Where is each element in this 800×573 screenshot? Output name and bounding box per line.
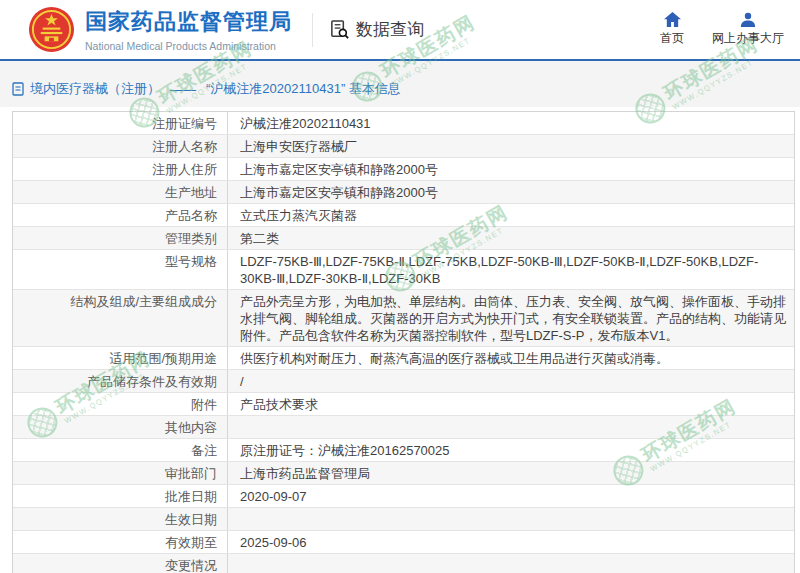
nav-service-hall[interactable]: 网上办事大厅 xyxy=(712,12,784,47)
row-value: 上海市嘉定区安亭镇和静路2000号 xyxy=(228,181,794,203)
row-value xyxy=(228,554,794,573)
table-row: 附件产品技术要求 xyxy=(13,393,794,416)
row-value: 上海市嘉定区安亭镇和静路2000号 xyxy=(228,158,794,180)
row-label: 适用范围/预期用途 xyxy=(13,347,228,369)
row-value: 2025-09-06 xyxy=(228,531,794,553)
row-label: 产品名称 xyxy=(13,204,228,226)
row-label: 变更情况 xyxy=(13,554,228,573)
nav-home-label: 首页 xyxy=(660,30,684,47)
breadcrumb-current: “沪械注准20202110431” 基本信息 xyxy=(206,80,401,98)
row-label: 有效期至 xyxy=(13,531,228,553)
row-label: 管理类别 xyxy=(13,227,228,249)
row-label: 注册人名称 xyxy=(13,135,228,157)
breadcrumb-separator: —— xyxy=(170,82,196,97)
row-value: 产品技术要求 xyxy=(228,393,794,415)
table-row: 管理类别第二类 xyxy=(13,227,794,250)
row-label: 附件 xyxy=(13,393,228,415)
brand: 国家药品监督管理局 National Medical Products Admi… xyxy=(28,6,292,53)
site-header: 国家药品监督管理局 National Medical Products Admi… xyxy=(0,0,800,61)
home-icon xyxy=(664,12,681,27)
data-query-label: 数据查询 xyxy=(356,18,424,41)
table-row: 生效日期 xyxy=(13,508,794,531)
table-row: 备注原注册证号：沪械注准20162570025 xyxy=(13,439,794,462)
breadcrumb-category[interactable]: 境内医疗器械（注册） xyxy=(30,80,160,98)
row-label: 生效日期 xyxy=(13,508,228,530)
row-value: 供医疗机构对耐压力、耐蒸汽高温的医疗器械或卫生用品进行灭菌或消毒。 xyxy=(228,347,794,369)
org-name-cn: 国家药品监督管理局 xyxy=(85,7,292,37)
table-row: 批准日期2020-09-07 xyxy=(13,485,794,508)
breadcrumb-band: 境内医疗器械（注册） —— “沪械注准20202110431” 基本信息 xyxy=(0,61,800,107)
table-row: 注册人名称上海申安医疗器械厂 xyxy=(13,135,794,158)
nav-home[interactable]: 首页 xyxy=(660,12,684,47)
row-value: 上海市药品监督管理局 xyxy=(228,462,794,484)
row-label: 备注 xyxy=(13,439,228,461)
row-label: 注册证编号 xyxy=(13,112,228,134)
table-row: 注册证编号沪械注准20202110431 xyxy=(13,112,794,135)
top-nav: 首页 网上办事大厅 xyxy=(660,12,800,47)
row-value: / xyxy=(228,370,794,392)
table-row: 变更情况 xyxy=(13,554,794,573)
row-label: 结构及组成/主要组成成分 xyxy=(13,290,228,346)
table-row: 型号规格LDZF-75KB-Ⅲ,LDZF-75KB-Ⅱ,LDZF-75KB,LD… xyxy=(13,250,794,290)
row-label: 产品储存条件及有效期 xyxy=(13,370,228,392)
row-label: 生产地址 xyxy=(13,181,228,203)
row-label: 注册人住所 xyxy=(13,158,228,180)
row-label: 型号规格 xyxy=(13,250,228,289)
row-value: LDZF-75KB-Ⅲ,LDZF-75KB-Ⅱ,LDZF-75KB,LDZF-5… xyxy=(228,250,794,289)
row-value: 上海申安医疗器械厂 xyxy=(228,135,794,157)
row-label: 其他内容 xyxy=(13,416,228,438)
table-row: 产品储存条件及有效期/ xyxy=(13,370,794,393)
row-label: 审批部门 xyxy=(13,462,228,484)
info-table: 注册证编号沪械注准20202110431注册人名称上海申安医疗器械厂注册人住所上… xyxy=(12,111,795,573)
national-emblem-icon xyxy=(28,6,75,53)
user-icon xyxy=(740,12,756,27)
row-value: 沪械注准20202110431 xyxy=(228,112,794,134)
breadcrumb: 境内医疗器械（注册） —— “沪械注准20202110431” 基本信息 xyxy=(0,80,401,98)
table-row: 注册人住所上海市嘉定区安亭镇和静路2000号 xyxy=(13,158,794,181)
table-row: 适用范围/预期用途供医疗机构对耐压力、耐蒸汽高温的医疗器械或卫生用品进行灭菌或消… xyxy=(13,347,794,370)
document-icon xyxy=(12,82,24,96)
nav-hall-label: 网上办事大厅 xyxy=(712,30,784,47)
table-row: 生产地址上海市嘉定区安亭镇和静路2000号 xyxy=(13,181,794,204)
org-name-en: National Medical Products Administration xyxy=(85,40,292,52)
brand-text: 国家药品监督管理局 National Medical Products Admi… xyxy=(85,7,292,52)
table-row: 有效期至2025-09-06 xyxy=(13,531,794,554)
table-row: 审批部门上海市药品监督管理局 xyxy=(13,462,794,485)
row-value: 第二类 xyxy=(228,227,794,249)
row-value: 原注册证号：沪械注准20162570025 xyxy=(228,439,794,461)
row-value: 2020-09-07 xyxy=(228,485,794,507)
header-divider xyxy=(312,13,313,47)
table-row: 产品名称立式压力蒸汽灭菌器 xyxy=(13,204,794,227)
row-value: 立式压力蒸汽灭菌器 xyxy=(228,204,794,226)
data-query-tab[interactable]: 数据查询 xyxy=(329,18,424,41)
row-label: 批准日期 xyxy=(13,485,228,507)
row-value: 产品外壳呈方形，为电加热、单层结构。由筒体、压力表、安全阀、放气阀、操作面板、手… xyxy=(228,290,794,346)
row-value xyxy=(228,508,794,530)
data-query-icon xyxy=(329,19,350,40)
row-value xyxy=(228,416,794,438)
table-row: 其他内容 xyxy=(13,416,794,439)
table-row: 结构及组成/主要组成成分产品外壳呈方形，为电加热、单层结构。由筒体、压力表、安全… xyxy=(13,290,794,347)
